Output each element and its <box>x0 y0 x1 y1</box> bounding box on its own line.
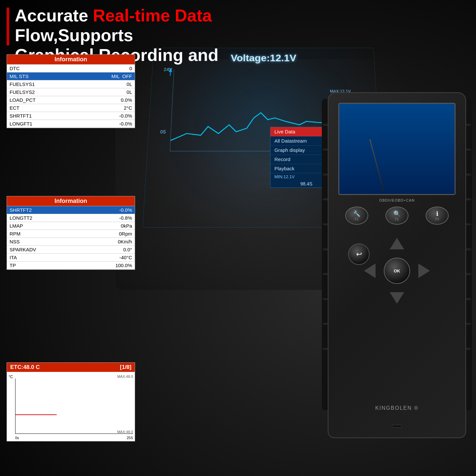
row-value: -0.8% <box>82 214 135 222</box>
row-value: 0.0° <box>82 246 135 254</box>
table-row: ITA -40°C <box>7 254 135 262</box>
row-label: SHRTFT2 <box>7 206 82 214</box>
table-row: SHRTFT2 -0.0% <box>7 206 135 214</box>
f3-button[interactable]: ℹ F3 <box>426 207 449 225</box>
nav-up-button[interactable] <box>390 238 404 249</box>
f2-button[interactable]: 🔍 F2 <box>385 207 408 225</box>
etc-header-right: [1/8] <box>120 364 131 371</box>
panel2-table: SHRTFT2 -0.0% LONGTT2 -0.8% LMAP 0kPa RP… <box>7 206 135 269</box>
nav-right-button[interactable] <box>418 264 430 278</box>
table-row: MIL STS MIL OFF <box>7 72 135 80</box>
etc-y-label: °C <box>9 375 13 379</box>
table-row: SPARKADV 0.0° <box>7 246 135 254</box>
row-value: -0.0% <box>77 120 135 128</box>
etc-panel: ETC:48.0 C [1/8] °C MAX:48.0 MAX:48.0 0s… <box>7 362 135 441</box>
row-label: LMAP <box>7 222 82 230</box>
row-value: 0 <box>77 65 135 72</box>
header-accent-bar <box>7 8 9 45</box>
f2-label: F2 <box>395 217 399 221</box>
row-label: NSS <box>7 238 82 246</box>
info-panel-2: Information SHRTFT2 -0.0% LONGTT2 -0.8% … <box>7 196 135 270</box>
device-screen <box>338 103 456 195</box>
etc-x-start: 0s <box>15 436 19 440</box>
back-icon: ↩ <box>356 250 362 259</box>
device-body: OBDII/EOBD+CAN 🔧 F1 🔍 F2 ℹ F3 ↩ <box>328 92 466 438</box>
f3-label: F3 <box>435 217 439 221</box>
row-label: FUELSYS2 <box>7 88 77 96</box>
row-value: 0L <box>77 88 135 96</box>
f1-button[interactable]: 🔧 F1 <box>345 207 368 225</box>
obdii-label: OBDII/EOBD+CAN <box>379 198 415 202</box>
etc-chart-line <box>15 414 57 415</box>
search-icon: 🔍 <box>393 210 401 217</box>
brand-name: KINGBOLEN <box>375 405 412 411</box>
im-icon: ℹ <box>436 210 438 217</box>
f1-label: F1 <box>355 217 359 221</box>
etc-max-bottom: MAX:48.0 <box>117 430 133 434</box>
row-value: -0.0% <box>82 206 135 214</box>
svg-text:0S: 0S <box>160 129 166 134</box>
etc-header-left: ETC:48.0 C <box>10 364 40 371</box>
table-row: LOAD_PCT 0.0% <box>7 96 135 104</box>
row-label: RPM <box>7 230 82 238</box>
function-buttons: 🔧 F1 🔍 F2 ℹ F3 <box>337 207 457 225</box>
etc-x-labels: 0s 25S <box>15 436 133 440</box>
main-container: Accurate Real-time Data Flow,Supports Gr… <box>0 0 476 476</box>
table-row: LONGFT1 -0.0% <box>7 120 135 128</box>
header-text-realtime: Real-time Data <box>93 6 212 25</box>
row-value: 0kPa <box>82 222 135 230</box>
table-row: NSS 0Km/h <box>7 238 135 246</box>
etc-max-top: MAX:48.0 <box>117 375 133 378</box>
row-value: 0.0% <box>77 96 135 104</box>
table-row: LMAP 0kPa <box>7 222 135 230</box>
row-label: ITA <box>7 254 82 262</box>
row-value: 2°C <box>77 104 135 112</box>
row-label: DTC <box>7 65 77 72</box>
table-row: ECT 2°C <box>7 104 135 112</box>
etc-header: ETC:48.0 C [1/8] <box>7 363 135 372</box>
usb-port <box>392 425 402 428</box>
row-label: FUELSYS1 <box>7 80 77 88</box>
table-row: LONGTT2 -0.8% <box>7 214 135 222</box>
row-value: 0L <box>77 80 135 88</box>
row-label: LONGTT2 <box>7 214 82 222</box>
brand-registered: ® <box>414 405 419 411</box>
row-label: SPARKADV <box>7 246 82 254</box>
row-label: SHRTFT1 <box>7 112 77 120</box>
row-value: -40°C <box>82 254 135 262</box>
ok-button[interactable]: OK <box>384 258 410 284</box>
etc-chart-area: °C MAX:48.0 MAX:48.0 0s 25S <box>7 372 135 441</box>
voltage-title: Voltage:12.1V <box>231 53 296 64</box>
table-row: FUELSYS2 0L <box>7 88 135 96</box>
row-label: TP <box>7 262 82 269</box>
nav-left-button[interactable] <box>364 264 376 278</box>
header-text-accurate: Accurate <box>15 6 93 25</box>
nav-down-button[interactable] <box>390 292 404 304</box>
navigation-pad: OK <box>364 238 430 304</box>
table-row: RPM 0Rpm <box>7 230 135 238</box>
table-row: DTC 0 <box>7 65 135 72</box>
header-text-flow: Flow,Supports <box>15 26 133 45</box>
panel2-header: Information <box>7 196 135 206</box>
row-label: LONGFT1 <box>7 120 77 128</box>
etc-x-end: 25S <box>126 436 133 440</box>
table-row: SHRTFT1 -0.0% <box>7 112 135 120</box>
obd-device: OBDII/EOBD+CAN 🔧 F1 🔍 F2 ℹ F3 ↩ <box>328 92 466 438</box>
panel1-header: Information <box>7 55 135 65</box>
screen-content <box>339 104 455 194</box>
table-row: TP 100.0% <box>7 262 135 269</box>
row-label: LOAD_PCT <box>7 96 77 104</box>
info-panel-1: Information DTC 0 MIL STS MIL OFF FUELSY… <box>7 54 135 128</box>
row-value: 100.0% <box>82 262 135 269</box>
panel1-table: DTC 0 MIL STS MIL OFF FUELSYS1 0L FUELSY… <box>7 65 135 128</box>
brand-label: KINGBOLEN ® <box>375 405 419 411</box>
row-label: ECT <box>7 104 77 112</box>
row-value: -0.0% <box>77 112 135 120</box>
etc-chart-inner <box>15 378 133 434</box>
table-row: FUELSYS1 0L <box>7 80 135 88</box>
row-label: MIL STS <box>7 72 77 80</box>
row-value: MIL OFF <box>77 72 135 80</box>
row-value: 0Rpm <box>82 230 135 238</box>
dtc-icon: 🔧 <box>353 210 360 217</box>
row-value: 0Km/h <box>82 238 135 246</box>
